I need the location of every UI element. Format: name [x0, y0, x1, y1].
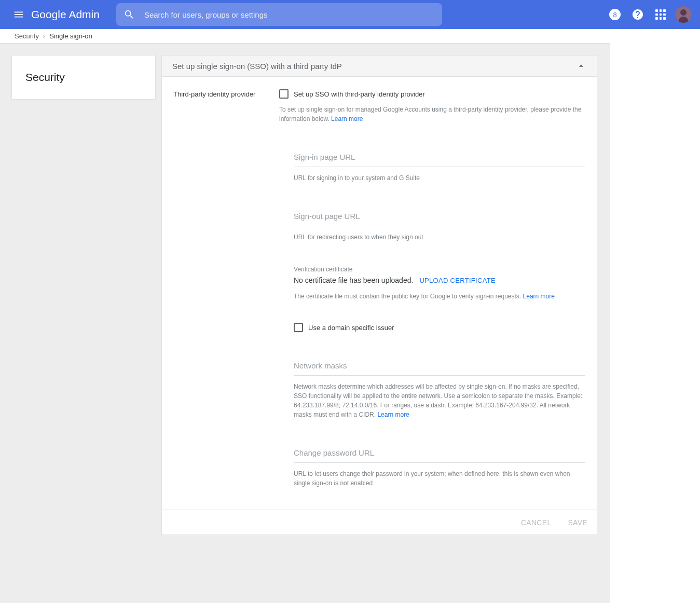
page-title-card: Security [11, 55, 156, 100]
main-menu-button[interactable] [8, 4, 29, 25]
sso-settings-card: Set up single sign-on (SSO) with a third… [161, 55, 597, 535]
enable-sso-label: Set up SSO with third-party identity pro… [294, 90, 425, 98]
apps-button[interactable] [650, 4, 671, 25]
svg-point-1 [680, 9, 687, 16]
search-icon [123, 9, 135, 20]
chevron-right-icon: › [43, 32, 45, 40]
cert-learn-more-link[interactable]: Learn more [523, 293, 555, 300]
certificate-section: Verification certificate No certificate … [294, 266, 585, 301]
content-area: Security Set up single sign-on (SSO) wit… [0, 44, 700, 546]
certificate-help: The certificate file must contain the pu… [294, 292, 585, 301]
enable-sso-checkbox[interactable] [279, 89, 289, 99]
logo-admin: Admin [66, 8, 100, 20]
change-password-url-field: Change password URL URL to let users cha… [294, 448, 585, 488]
network-masks-field: Network masks Network masks determine wh… [294, 361, 585, 419]
network-masks-help: Network masks determine which addresses … [294, 382, 585, 419]
enable-sso-row: Set up SSO with third-party identity pro… [279, 89, 585, 99]
page-title: Security [25, 71, 65, 84]
app-header: Google Admin Search for users, groups or… [0, 0, 700, 29]
upload-certificate-button[interactable]: UPLOAD CERTIFICATE [419, 277, 496, 284]
signin-url-help: URL for signing in to your system and G … [294, 173, 585, 183]
domain-issuer-row: Use a domain specific issuer [294, 323, 585, 332]
search-placeholder: Search for users, groups or settings [144, 10, 268, 19]
avatar-icon [675, 6, 692, 23]
signout-url-field: Sign-out page URL URL for redirecting us… [294, 212, 585, 242]
right-rail [610, 29, 700, 603]
chevron-up-icon [576, 61, 586, 71]
form-column: Set up SSO with third-party identity pro… [279, 89, 585, 488]
cancel-button[interactable]: CANCEL [521, 518, 552, 527]
save-button[interactable]: SAVE [568, 518, 587, 527]
intro-text: To set up single sign-on for managed Goo… [279, 105, 585, 124]
account-avatar[interactable] [675, 6, 692, 23]
certificate-status: No certificate file has been uploaded. [294, 276, 413, 284]
notifications-button[interactable]: 8 [605, 4, 625, 25]
help-icon [632, 8, 644, 21]
network-masks-input[interactable]: Network masks [294, 361, 585, 376]
section-label: Third-party identity provider [173, 89, 279, 488]
breadcrumb-root[interactable]: Security [15, 32, 39, 40]
breadcrumb-current: Single sign-on [49, 32, 92, 40]
signin-url-input[interactable]: Sign-in page URL [294, 153, 585, 167]
masks-learn-more-link[interactable]: Learn more [377, 411, 409, 418]
apps-icon [655, 9, 666, 20]
domain-issuer-checkbox[interactable] [294, 323, 303, 332]
card-footer: CANCEL SAVE [162, 510, 597, 535]
menu-icon [13, 9, 24, 20]
signin-url-field: Sign-in page URL URL for signing in to y… [294, 153, 585, 183]
logo-google: Google [31, 8, 66, 20]
product-logo[interactable]: Google Admin [31, 8, 100, 21]
learn-more-link[interactable]: Learn more [331, 115, 363, 122]
help-button[interactable] [627, 4, 648, 25]
notifications-badge: 8 [609, 9, 621, 20]
certificate-label: Verification certificate [294, 266, 585, 273]
signout-url-input[interactable]: Sign-out page URL [294, 212, 585, 226]
card-body: Third-party identity provider Set up SSO… [162, 77, 597, 510]
search-box[interactable]: Search for users, groups or settings [116, 3, 442, 26]
signout-url-help: URL for redirecting users to when they s… [294, 232, 585, 242]
card-header[interactable]: Set up single sign-on (SSO) with a third… [162, 56, 597, 77]
change-password-url-help: URL to let users change their password i… [294, 469, 585, 488]
breadcrumb: Security › Single sign-on [0, 29, 700, 44]
domain-issuer-label: Use a domain specific issuer [308, 324, 394, 332]
change-password-url-input[interactable]: Change password URL [294, 448, 585, 463]
card-title: Set up single sign-on (SSO) with a third… [172, 62, 342, 71]
